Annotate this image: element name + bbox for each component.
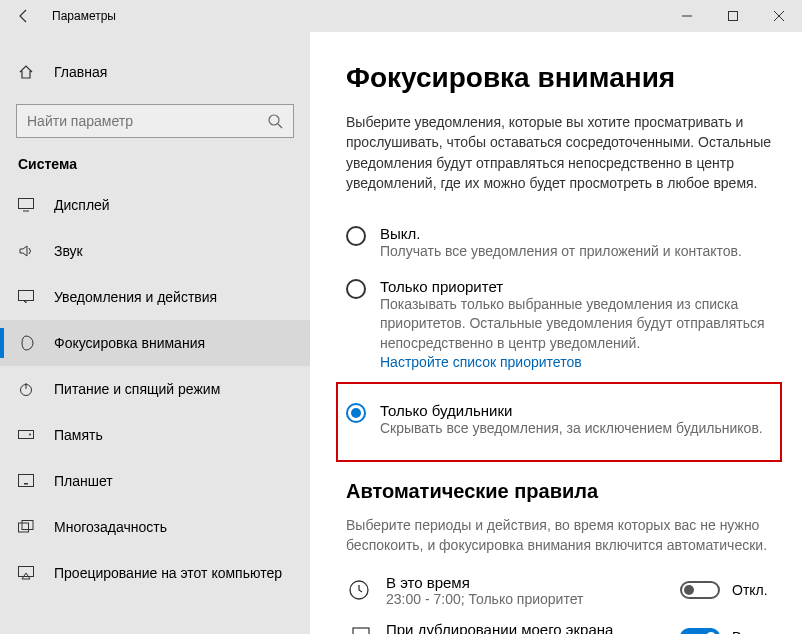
close-button[interactable] (756, 0, 802, 32)
toggle-time[interactable] (680, 581, 720, 599)
rule-sub: 23:00 - 7:00; Только приоритет (386, 591, 680, 607)
search-icon (267, 113, 283, 129)
clock-icon (346, 577, 372, 603)
toggle-label: Вкл. (732, 629, 772, 634)
radio-circle (346, 226, 366, 246)
titlebar: Параметры (0, 0, 802, 32)
rule-title: В это время (386, 574, 680, 591)
tablet-icon (18, 474, 42, 488)
radio-desc: Скрывать все уведомления, за исключением… (380, 419, 772, 439)
sound-icon (18, 243, 42, 259)
radio-circle (346, 279, 366, 299)
radio-label: Выкл. (380, 225, 772, 242)
home-link[interactable]: Главная (0, 52, 310, 92)
radio-desc: Получать все уведомления от приложений и… (380, 242, 772, 262)
notifications-icon (18, 290, 42, 304)
nav-label: Многозадачность (54, 519, 167, 535)
minimize-button[interactable] (664, 0, 710, 32)
nav-item-multitasking[interactable]: Многозадачность (0, 504, 310, 550)
svg-rect-17 (19, 567, 34, 577)
storage-icon (18, 430, 42, 440)
nav-item-projecting[interactable]: Проецирование на этот компьютер (0, 550, 310, 596)
home-icon (18, 64, 42, 80)
rule-title: При дублировании моего экрана (386, 621, 680, 634)
svg-rect-14 (24, 483, 28, 485)
window-title: Параметры (48, 9, 116, 23)
rules-desc: Выберите периоды и действия, во время ко… (346, 515, 772, 556)
nav-label: Уведомления и действия (54, 289, 217, 305)
power-icon (18, 381, 42, 397)
nav-item-storage[interactable]: Память (0, 412, 310, 458)
svg-point-4 (269, 115, 279, 125)
radio-priority[interactable]: Только приоритет Показывать только выбра… (346, 270, 772, 378)
nav-list: Дисплей Звук Уведомления и действия Фоку… (0, 182, 310, 634)
focus-mode-radio-group: Выкл. Получать все уведомления от прилож… (346, 217, 772, 462)
radio-label: Только приоритет (380, 278, 772, 295)
search-input[interactable] (27, 113, 267, 129)
nav-label: Фокусировка внимания (54, 335, 205, 351)
svg-rect-8 (19, 291, 34, 301)
highlight-box: Только будильники Скрывать все уведомлен… (336, 382, 782, 463)
radio-off[interactable]: Выкл. Получать все уведомления от прилож… (346, 217, 772, 270)
svg-line-5 (278, 124, 282, 128)
toggle-label: Откл. (732, 582, 772, 598)
svg-rect-11 (19, 431, 34, 439)
radio-label: Только будильники (380, 402, 772, 419)
svg-rect-13 (19, 475, 34, 487)
svg-rect-16 (22, 521, 33, 530)
nav-label: Планшет (54, 473, 113, 489)
nav-item-sound[interactable]: Звук (0, 228, 310, 274)
nav-label: Питание и спящий режим (54, 381, 220, 397)
nav-item-display[interactable]: Дисплей (0, 182, 310, 228)
rules-heading: Автоматические правила (346, 480, 772, 503)
nav-item-power[interactable]: Питание и спящий режим (0, 366, 310, 412)
display-icon (18, 198, 42, 212)
focus-icon (18, 335, 42, 351)
page-title: Фокусировка внимания (346, 62, 772, 94)
nav-label: Дисплей (54, 197, 110, 213)
back-button[interactable] (0, 0, 48, 32)
search-box[interactable] (16, 104, 294, 138)
svg-rect-15 (19, 523, 29, 532)
priority-list-link[interactable]: Настройте список приоритетов (380, 354, 772, 370)
rule-duplicate-display[interactable]: При дублировании моего экрана Только буд… (346, 621, 772, 634)
nav-item-notifications[interactable]: Уведомления и действия (0, 274, 310, 320)
nav-label: Звук (54, 243, 83, 259)
nav-label: Проецирование на этот компьютер (54, 565, 282, 581)
nav-item-tablet[interactable]: Планшет (0, 458, 310, 504)
maximize-button[interactable] (710, 0, 756, 32)
section-title: Система (0, 156, 310, 182)
rule-time[interactable]: В это время 23:00 - 7:00; Только приорит… (346, 574, 772, 607)
nav-label: Память (54, 427, 103, 443)
radio-alarms[interactable]: Только будильники Скрывать все уведомлен… (346, 394, 772, 447)
svg-rect-19 (353, 628, 369, 634)
svg-rect-1 (729, 12, 738, 21)
multitasking-icon (18, 520, 42, 534)
svg-rect-6 (19, 199, 34, 209)
radio-desc: Показывать только выбранные уведомления … (380, 295, 772, 354)
svg-point-12 (29, 434, 31, 436)
content-area: Фокусировка внимания Выберите уведомлени… (310, 32, 802, 634)
home-label: Главная (54, 64, 107, 80)
page-description: Выберите уведомления, которые вы хотите … (346, 112, 772, 193)
nav-item-focus-assist[interactable]: Фокусировка внимания (0, 320, 310, 366)
duplicate-display-icon (346, 624, 372, 634)
toggle-duplicate[interactable] (680, 628, 720, 634)
projecting-icon (18, 566, 42, 580)
radio-circle (346, 403, 366, 423)
sidebar: Главная Система Дисплей Звук Уведомления… (0, 32, 310, 634)
